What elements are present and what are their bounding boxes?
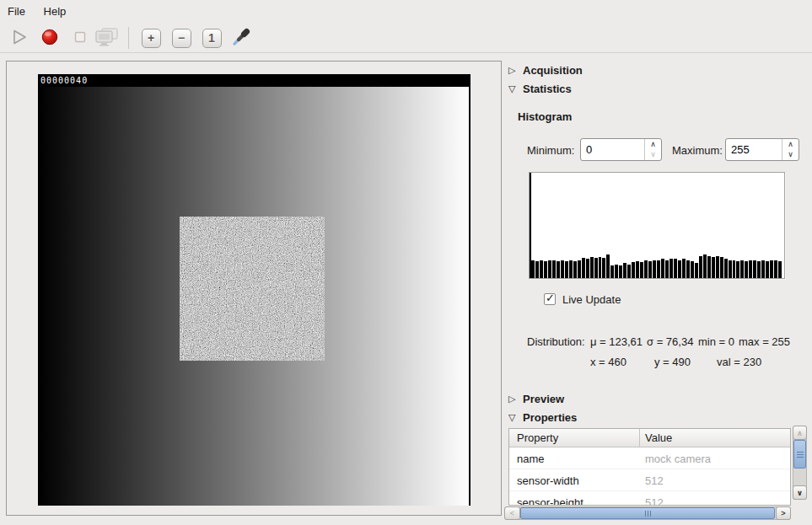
chevron-right-icon: ▷ [508,65,523,76]
zoom-in-icon: + [142,29,161,48]
maximum-spin-down[interactable]: ∨ [782,150,799,161]
maximum-spinbox: ∧ ∨ [725,138,799,161]
zoom-original-button[interactable]: 1 [199,25,224,51]
zoom-original-icon: 1 [202,29,222,48]
property-value: 512 [640,469,790,490]
color-picker-button[interactable] [229,25,254,51]
live-update-checkbox[interactable]: ✓ [544,293,556,305]
vscroll-thumb[interactable] [793,440,806,469]
image-right-edge [469,74,471,506]
histogram-plot [529,172,785,279]
distribution-max: max = 255 [739,335,790,348]
spin-up-icon: ∧ [650,141,656,148]
vscroll-down-button[interactable]: ∨ [793,485,807,500]
maximum-label: Maximum: [672,144,723,157]
property-value: 512 [640,491,790,506]
distribution-label: Distribution: [527,335,585,348]
maximum-input[interactable] [726,139,782,160]
column-header-property[interactable]: Property [509,429,640,447]
grip-icon [797,452,804,458]
expander-acquisition[interactable]: ▷ Acquisition [508,64,583,77]
column-header-value[interactable]: Value [640,429,790,447]
minimum-label: Minimum: [527,144,574,157]
spin-down-icon: ∨ [650,151,656,158]
distribution-mean: μ = 123,61 [590,335,643,348]
minimum-spinbox: ∧ ∨ [580,138,662,161]
spin-down-icon: ∨ [788,151,793,158]
image-viewport: 00000040 [6,61,502,516]
stop-button[interactable] [67,25,93,51]
live-update-label: Live Update [562,293,621,306]
menu-file[interactable]: File [0,0,33,22]
minimum-input[interactable] [581,139,644,160]
chevron-down-icon: ▽ [508,412,523,423]
acquisition-label: Acquisition [523,64,583,77]
hscroll-left-button[interactable]: < [504,506,520,520]
record-button[interactable] [37,25,62,51]
play-icon [10,28,29,49]
display-icon [95,27,119,50]
grip-icon [645,511,651,517]
expander-preview[interactable]: ▷ Preview [508,393,564,405]
histogram-section-label: Histogram [518,110,572,123]
play-button[interactable] [7,25,32,51]
hscroll-thumb[interactable] [520,507,775,519]
properties-hscrollbar: < > [504,506,791,520]
cursor-x: x = 460 [590,356,626,368]
noise-region [180,217,325,361]
distribution-sigma: σ = 76,34 [647,335,693,348]
property-value: mock camera [640,447,790,469]
record-icon [40,28,59,49]
cursor-val: val = 230 [717,356,761,368]
stop-icon [72,29,89,48]
checkmark-icon: ✓ [546,292,555,304]
expander-properties[interactable]: ▽ Properties [508,411,577,424]
expander-statistics[interactable]: ▽ Statistics [508,83,572,95]
cursor-y: y = 490 [654,356,691,368]
chevron-right-icon: ▷ [508,394,523,404]
zoom-out-button[interactable]: − [169,25,194,51]
preview-label: Preview [523,393,564,405]
histogram-bars [531,173,782,278]
property-name: sensor-height [509,491,640,506]
distribution-min: min = 0 [698,335,734,348]
zoom-out-icon: − [172,29,191,48]
table-row[interactable]: namemock camera [509,447,790,469]
scroll-down-icon: ∨ [797,489,803,497]
property-name: sensor-width [509,469,640,490]
chevron-down-icon: ▽ [508,83,523,94]
properties-label: Properties [523,411,577,424]
minimum-spin-down[interactable]: ∨ [645,150,661,161]
scroll-left-icon: < [510,509,514,517]
table-row[interactable]: sensor-width512 [509,469,790,491]
scroll-up-icon: ∧ [797,429,803,437]
scroll-right-icon: > [781,509,785,517]
spin-up-icon: ∧ [788,141,793,148]
eyedropper-icon [231,27,251,50]
camera-image[interactable]: 00000040 [38,74,471,506]
toolbar-separator [128,27,129,49]
fullscreen-button[interactable] [94,25,120,51]
hscroll-right-button[interactable]: > [776,506,791,520]
menubar: File Help [0,0,812,23]
minimum-spin-up[interactable]: ∧ [645,139,661,150]
menu-help[interactable]: Help [36,0,74,22]
statistics-label: Statistics [523,83,572,95]
properties-vscrollbar: ∧ ∨ [793,426,807,500]
properties-table: Property Value namemock camerasensor-wid… [508,428,791,506]
frame-counter: 00000040 [40,76,88,85]
properties-table-header: Property Value [509,429,790,447]
frame-counter-bar: 00000040 [38,74,471,87]
property-name: name [509,447,640,469]
toolbar: + − 1 [0,23,812,53]
zoom-in-button[interactable]: + [138,25,164,51]
vscroll-up-button[interactable]: ∧ [793,426,807,440]
properties-rows: namemock camerasensor-width512sensor-hei… [509,447,790,506]
maximum-spin-up[interactable]: ∧ [782,139,799,150]
table-row[interactable]: sensor-height512 [509,491,790,506]
